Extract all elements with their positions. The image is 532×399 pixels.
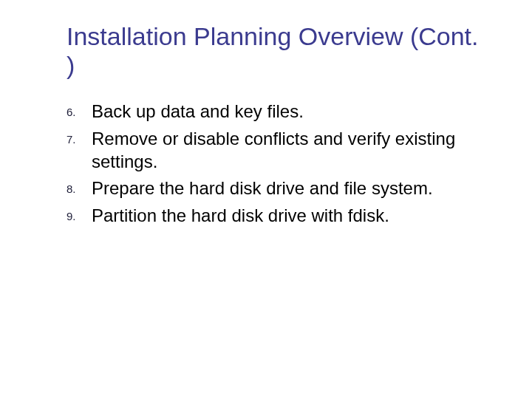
list-item: 7. Remove or disable conflicts and verif… — [66, 128, 488, 173]
list-number: 7. — [66, 128, 92, 146]
list-item: 6. Back up data and key files. — [66, 100, 488, 123]
list-number: 8. — [66, 177, 92, 195]
slide-title: Installation Planning Overview (Cont. ) — [66, 22, 488, 80]
list-text: Back up data and key files. — [92, 100, 304, 123]
list-text: Partition the hard disk drive with fdisk… — [92, 205, 389, 228]
list-text: Prepare the hard disk drive and file sys… — [92, 177, 433, 200]
list-text: Remove or disable conflicts and verify e… — [92, 128, 488, 173]
list-item: 9. Partition the hard disk drive with fd… — [66, 205, 488, 228]
list-number: 6. — [66, 100, 92, 118]
ordered-list: 6. Back up data and key files. 7. Remove… — [66, 100, 488, 228]
list-item: 8. Prepare the hard disk drive and file … — [66, 177, 488, 200]
list-number: 9. — [66, 205, 92, 222]
slide: Installation Planning Overview (Cont. ) … — [0, 0, 532, 399]
